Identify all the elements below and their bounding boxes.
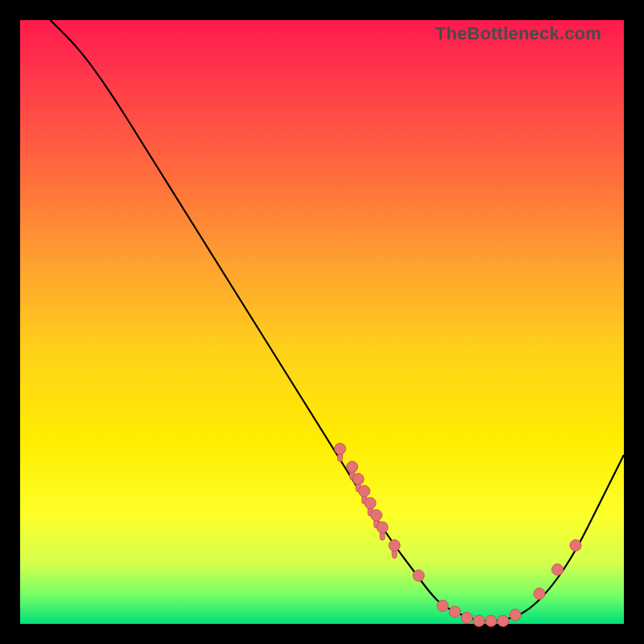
- bottleneck-curve: [51, 20, 625, 621]
- data-marker: [485, 615, 497, 626]
- data-marker: [461, 613, 473, 624]
- data-marker: [473, 615, 485, 626]
- data-marker: [389, 540, 400, 551]
- data-marker: [335, 444, 346, 455]
- data-marker: [449, 606, 460, 617]
- data-marker: [377, 522, 388, 533]
- data-marker: [371, 510, 382, 521]
- chart-frame: TheBottleneck.com: [20, 20, 624, 624]
- data-marker: [353, 473, 364, 485]
- chart-svg: [20, 20, 624, 624]
- data-marker: [534, 588, 545, 600]
- data-marker: [497, 615, 509, 626]
- data-marker: [552, 564, 564, 576]
- data-marker: [365, 497, 376, 509]
- data-marker: [359, 485, 370, 497]
- data-marker: [437, 601, 448, 612]
- data-marker: [570, 540, 581, 551]
- data-marker: [510, 609, 521, 621]
- data-marker: [347, 461, 358, 473]
- data-marker: [413, 570, 424, 581]
- data-markers-group: [335, 444, 582, 627]
